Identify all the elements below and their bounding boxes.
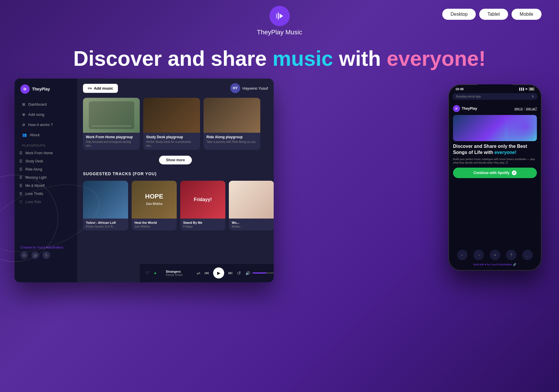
tablet-button[interactable]: Tablet [479, 9, 508, 20]
question-circle-icon: ⊘ [22, 123, 25, 127]
svg-rect-3 [23, 88, 24, 90]
track-card-3[interactable]: Fridayy! Stand By Me Fridayy [180, 181, 225, 230]
main-header: ≡+ Add music HY Hayveno Yusuf [77, 79, 274, 98]
track-artist-1: Kitoko Sound, D.in B... [86, 225, 125, 228]
playgroups-row: Work From Home playgroup Stay focused an… [77, 98, 274, 155]
mobile-notch [477, 84, 512, 93]
playgroup-image-2 [143, 98, 200, 133]
spotify-icon[interactable]: ● [154, 271, 156, 275]
playgroup-desc-1: Stay focused and energized during wor... [86, 140, 137, 148]
playgroup-info-3: Ride Along playgroup Take a journey with… [204, 133, 260, 150]
playgroup-name-2: Study Desk playgroup [146, 135, 197, 139]
show-more-button[interactable]: Show more [159, 156, 192, 164]
track-info-2: Heal the World Zain Bhikha [132, 219, 177, 230]
more-button[interactable]: … [522, 250, 533, 260]
add-music-button[interactable]: ≡+ Add music [83, 84, 118, 93]
continue-spotify-button[interactable]: Continue with Spotify ● [453, 168, 537, 178]
track-image-1 [83, 181, 128, 219]
sidebar-playlist-ride-along[interactable]: ☰ Ride Along [15, 165, 77, 173]
sidebar-playlist-me-myself[interactable]: ☰ Me & Myself [15, 182, 77, 190]
suggested-tracks-title: SUGGESTED TRACKS (FOR YOU) [77, 169, 274, 178]
sidebar-navigation: ⊞ Dashboard ⊕ Add song ⊘ How it works ? … [15, 100, 77, 140]
playgroup-card-2[interactable]: Study Desk playgroup Hit the Study Desk … [143, 98, 200, 150]
mobile-button[interactable]: Mobile [512, 9, 542, 20]
player-controls: ⇌ ⏮ ▶ ⏭ ↺ [197, 267, 241, 279]
new-tab-button[interactable]: + [490, 250, 500, 260]
track-name-4: Wo... [232, 221, 271, 224]
mobile-hero-section: Discover and Share only the Best Songs o… [453, 115, 537, 178]
grid-icon: ⊞ [22, 102, 25, 107]
svg-rect-0 [276, 14, 277, 18]
track-card-4[interactable]: Wo... Mrdan... [229, 181, 274, 230]
playgroup-desc-2: Hit the Study Desk for a productive ses.… [146, 140, 197, 148]
add-music-icon: ≡+ [88, 86, 92, 91]
app-title: TheyPlay Music [257, 29, 302, 36]
sidebar-item-about[interactable]: 👥 About [19, 130, 72, 140]
play-pause-button[interactable]: ▶ [213, 267, 224, 279]
user-badge: HY Hayveno Yusuf [230, 83, 268, 93]
spotify-btn-icon: ● [512, 171, 516, 175]
playgroup-name-3: Ride Along playgroup [206, 135, 257, 139]
prev-button[interactable]: ⏮ [204, 270, 209, 276]
signal-icon: ▐▐▐ [519, 88, 524, 91]
mobile-page-content: TheyPlay sign in | sign up? Discover and… [448, 102, 542, 184]
mobile-logo-text: TheyPlay [462, 107, 477, 111]
users-icon: 👥 [22, 133, 27, 137]
next-button[interactable]: ⏭ [228, 270, 233, 276]
svg-marker-8 [457, 108, 457, 109]
github-icon[interactable]: ⊙ [20, 251, 28, 259]
player-track-info: Strangers Kenya Grace [166, 270, 192, 276]
sidebar-item-dashboard[interactable]: ⊞ Dashboard [19, 100, 72, 109]
sidebar-logo-icon [20, 84, 30, 94]
sign-up-link[interactable]: sign up? [526, 107, 537, 110]
track-info-1: Yolovi - African Lofi Kitoko Sound, D.in… [83, 219, 128, 230]
hero-headline: Discover and share music with everyone! [73, 47, 486, 70]
sidebar-item-how-it-works[interactable]: ⊘ How it works ? [19, 120, 72, 130]
repeat-button[interactable]: ↺ [237, 270, 241, 276]
player-bar: ♡ ● Strangers Kenya Grace ⇌ ⏮ ▶ ⏭ ↺ 🔊 [140, 263, 274, 282]
player-artist-name: Kenya Grace [166, 273, 192, 276]
help-button[interactable]: ? [506, 250, 516, 260]
volume-bar[interactable] [252, 272, 274, 274]
mobile-logo-row: TheyPlay sign in | sign up? [453, 105, 537, 112]
sidebar-playlist-lone-ride[interactable]: ☰ Lone Ride [15, 198, 77, 206]
mobile-url-text: theyplay.vercel.app [456, 95, 481, 98]
svg-rect-4 [24, 87, 25, 91]
app-logo-area: TheyPlay Music [257, 6, 302, 36]
view-mode-nav: Desktop Tablet Mobile [442, 9, 542, 20]
track-card-2[interactable]: HOPEZain Bhikha Heal the World Zain Bhik… [132, 181, 177, 230]
playlist-icon: ☰ [19, 175, 22, 180]
sidebar-playlist-morning-light[interactable]: ☰ Morning Light [15, 173, 77, 182]
sidebar-playlist-study-desk[interactable]: ☰ Study Desk [15, 157, 77, 165]
forward-button[interactable]: → [473, 250, 484, 260]
sidebar-playlist-love-thrills[interactable]: ☰ Love Thrills [15, 190, 77, 198]
track-info-4: Wo... Mrdan... [229, 219, 274, 230]
back-button[interactable]: ← [457, 250, 468, 260]
mobile-footer: Built with ♥ by Yusuf Abdulnafeez 🔗 [448, 263, 542, 266]
track-info-3: Stand By Me Fridayy [180, 219, 225, 230]
heart-icon[interactable]: ♡ [146, 271, 149, 275]
sign-in-link[interactable]: sign in [514, 107, 523, 110]
track-image-4 [229, 181, 274, 219]
volume-fill [252, 272, 266, 274]
player-song-title: Strangers [166, 270, 192, 273]
profile-icon[interactable]: ◎ [31, 251, 39, 259]
mobile-url-bar[interactable]: theyplay.vercel.app ⬆ [452, 93, 537, 100]
sidebar-item-add-song[interactable]: ⊕ Add song [19, 110, 72, 119]
track-card-1[interactable]: Yolovi - African Lofi Kitoko Sound, D.in… [83, 181, 128, 230]
shuffle-button[interactable]: ⇌ [197, 270, 200, 276]
playgroup-name-1: Work From Home playgroup [86, 135, 137, 139]
desktop-button[interactable]: Desktop [442, 9, 476, 20]
track-name-3: Stand By Me [183, 221, 222, 224]
mobile-hero-desc: Build your perfect music catalogue with … [453, 157, 537, 165]
twitter-icon[interactable]: 𝕏 [43, 251, 50, 259]
track-artist-3: Fridayy [183, 225, 222, 228]
sidebar-playlist-work-from-home[interactable]: ☰ Work From Home [15, 149, 77, 157]
svg-rect-6 [455, 108, 456, 109]
sidebar-footer: Created by Yusuf Abdulhafeez ⊙ ◎ 𝕏 [15, 243, 77, 262]
mobile-hero-image [453, 115, 537, 141]
playgroup-card-3[interactable]: Ride Along playgroup Take a journey with… [204, 98, 260, 150]
playlist-icon: ☰ [19, 167, 22, 171]
playgroup-card-1[interactable]: Work From Home playgroup Stay focused an… [83, 98, 140, 150]
desktop-mockup: TheyPlay ⊞ Dashboard ⊕ Add song ⊘ How it… [15, 79, 274, 282]
